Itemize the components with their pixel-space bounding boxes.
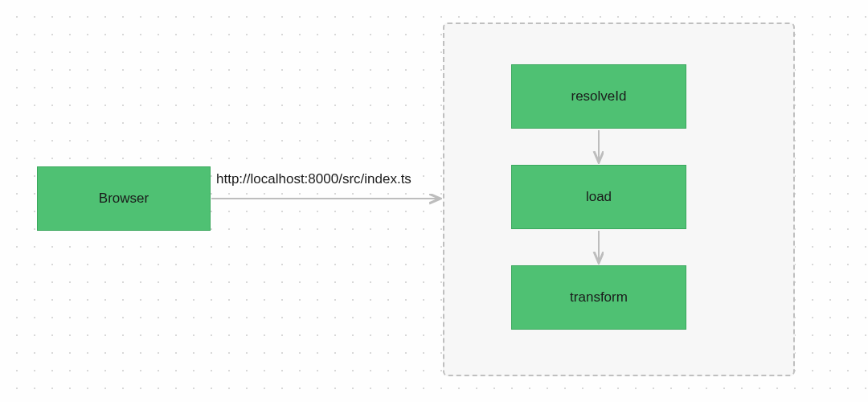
node-transform-label: transform xyxy=(570,289,628,306)
node-load: load xyxy=(511,165,686,229)
node-transform: transform xyxy=(511,265,686,330)
node-load-label: load xyxy=(586,189,612,205)
node-resolveid: resolveId xyxy=(511,64,686,129)
request-url-label: http://localhost:8000/src/index.ts xyxy=(216,171,411,187)
node-resolveid-label: resolveId xyxy=(571,88,627,105)
diagram-canvas: Browser http://localhost:8000/src/index.… xyxy=(0,0,868,402)
node-browser-label: Browser xyxy=(99,191,149,207)
node-browser: Browser xyxy=(37,166,211,231)
